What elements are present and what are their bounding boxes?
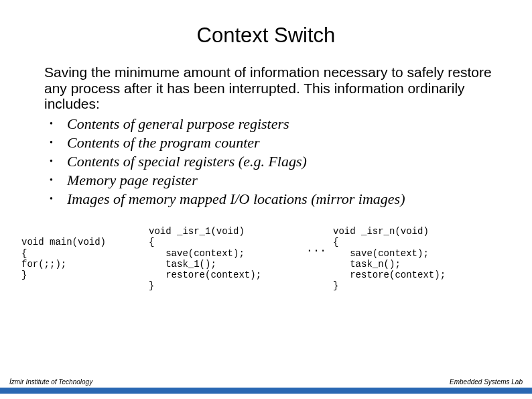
code-row: void main(void) { for(;;); } void _isr_1…	[21, 226, 505, 291]
bullet-item: Memory page register	[50, 171, 492, 190]
bullet-item: Contents of special registers (e.g. Flag…	[50, 152, 492, 171]
bullet-list: Contents of general purpose registers Co…	[50, 115, 492, 209]
footer-right: Embedded Systems Lab	[450, 378, 523, 386]
footer-left: İzmir Institute of Technology	[9, 378, 92, 386]
code-isr-n: void _isr_n(void) { save(context); task_…	[333, 226, 505, 291]
bullet-item: Contents of general purpose registers	[50, 115, 492, 133]
bullet-item: Contents of the program counter	[50, 133, 492, 152]
footer-text: İzmir Institute of Technology Embedded S…	[0, 378, 532, 388]
ellipsis: ...	[300, 242, 333, 255]
footer-bar	[0, 388, 532, 394]
code-isr-1: void _isr_1(void) { save(context); task_…	[149, 226, 300, 291]
code-main: void main(void) { for(;;); }	[21, 237, 149, 280]
slide-title: Context Switch	[27, 23, 505, 48]
slide: Context Switch Saving the minimume amoun…	[0, 0, 532, 399]
footer: İzmir Institute of Technology Embedded S…	[0, 378, 532, 394]
intro-paragraph: Saving the minimume amount of informatio…	[44, 64, 492, 112]
bullet-item: Images of memory mapped I/O locations (m…	[50, 190, 492, 209]
